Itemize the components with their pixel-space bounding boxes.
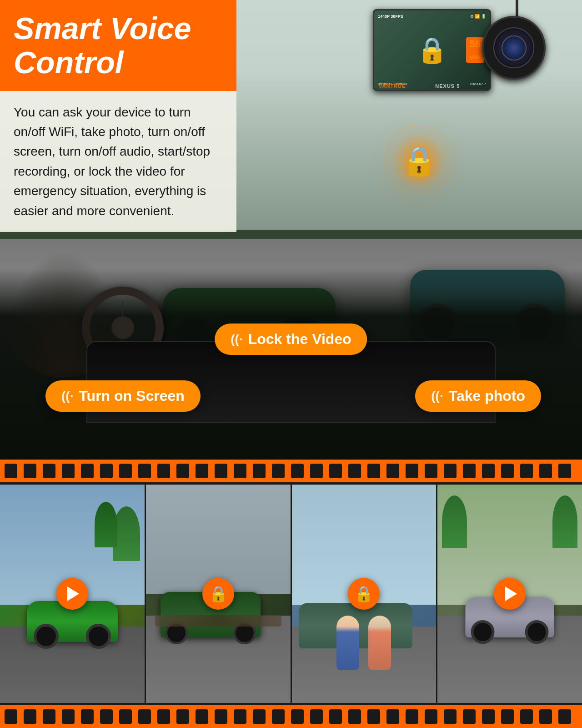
speed-display: 56 MPH	[466, 37, 484, 63]
lock-video-label: Lock the Video	[248, 331, 351, 348]
film-hole	[329, 464, 342, 478]
film-hole-b	[215, 709, 227, 724]
voice-wave-icon-1: ((·	[231, 332, 242, 347]
film-hole	[253, 464, 266, 478]
film-hole-b	[386, 709, 399, 724]
film-hole	[24, 464, 36, 478]
film-hole-b	[234, 709, 246, 724]
film-hole	[291, 464, 304, 478]
dashcam-rear-camera	[482, 16, 546, 80]
film-hole	[5, 464, 17, 478]
film-hole-b	[425, 709, 437, 724]
thumb-bg-3: 🔒	[292, 485, 436, 703]
film-hole	[406, 464, 418, 478]
filmstrip-images: 🔒 🔒	[0, 482, 582, 705]
film-hole-b	[558, 709, 571, 724]
film-hole-b	[501, 709, 514, 724]
film-hole-b	[196, 709, 208, 724]
film-thumbnail-3: 🔒	[292, 485, 438, 703]
lock-button-2[interactable]: 🔒	[202, 578, 234, 610]
film-hole	[234, 464, 246, 478]
film-hole	[558, 464, 571, 478]
film-hole-b	[539, 709, 552, 724]
play-button-1[interactable]	[56, 578, 88, 610]
title-box: Smart Voice Control	[0, 0, 236, 91]
film-hole-b	[520, 709, 533, 724]
film-hole-b	[157, 709, 170, 724]
film-hole	[501, 464, 514, 478]
film-hole	[138, 464, 151, 478]
pill-lock-video: ((· Lock the Video	[215, 324, 367, 355]
tree-4	[552, 495, 577, 548]
film-hole-b	[119, 709, 132, 724]
wheel-4r	[525, 620, 549, 644]
film-hole-b	[5, 709, 17, 724]
hud-icons: ⚙ 📶 🔋	[470, 14, 486, 19]
lock-glow-container: 🔒	[374, 116, 465, 207]
film-hole	[196, 464, 208, 478]
thumb-bg-4	[437, 485, 582, 703]
film-hole	[520, 464, 533, 478]
description-text: You can ask your device to turn on/off W…	[14, 102, 223, 221]
film-hole	[119, 464, 132, 478]
tree-3	[442, 495, 467, 548]
dashcam-device: 1440P 30FPS ⚙ 📶 🔋 🔒 56 MPH 09:00:37 14:3…	[373, 9, 546, 109]
play-triangle-1	[67, 586, 79, 601]
film-holes-top	[5, 460, 577, 482]
film-thumbnail-2: 🔒	[146, 485, 292, 703]
wheel-fr	[86, 624, 111, 649]
film-hole	[425, 464, 437, 478]
play-button-4[interactable]	[494, 578, 526, 610]
lock-icon-center: 🔒	[401, 143, 437, 179]
film-hole-b	[291, 709, 304, 724]
rear-camera-lens	[502, 35, 527, 61]
brand-label: VANTRUE NEXUS 5	[379, 83, 460, 89]
wheel-4l	[471, 620, 495, 644]
rear-camera-inner	[493, 27, 534, 68]
film-hole	[386, 464, 399, 478]
dashcam-screen: 1440P 30FPS ⚙ 📶 🔋 🔒 56 MPH 09:00:37 14:3…	[373, 9, 491, 91]
film-hole-b	[176, 709, 189, 724]
film-hole-b	[43, 709, 55, 724]
filmstrip-border-top	[0, 460, 582, 482]
lock-icon: 🔒	[401, 145, 436, 177]
film-hole-b	[138, 709, 151, 724]
thumb-bg-1	[0, 485, 145, 703]
film-hole	[100, 464, 113, 478]
thumb-bg-2: 🔒	[146, 485, 291, 703]
film-hole	[215, 464, 227, 478]
film-hole	[157, 464, 170, 478]
pill-take-photo: ((· Take photo	[415, 380, 541, 412]
film-holes-bottom	[5, 705, 577, 728]
text-overlay: Smart Voice Control You can ask your dev…	[0, 0, 236, 232]
resolution-label: 1440P 30FPS	[378, 14, 403, 19]
film-hole-b	[444, 709, 457, 724]
film-hole-b	[482, 709, 495, 724]
lock-button-3[interactable]: 🔒	[348, 578, 380, 610]
debris-2	[155, 615, 281, 627]
film-hole-b	[463, 709, 476, 724]
film-hole	[176, 464, 189, 478]
film-hole	[463, 464, 476, 478]
main-container: 1440P 30FPS ⚙ 📶 🔋 🔒 56 MPH 09:00:37 14:3…	[0, 0, 582, 728]
film-hole	[81, 464, 94, 478]
person-2	[368, 616, 391, 670]
film-hole	[348, 464, 361, 478]
film-thumbnail-1	[0, 485, 146, 703]
dashcam-screen-content: 1440P 30FPS ⚙ 📶 🔋 🔒 56 MPH 09:00:37 14:3…	[374, 10, 490, 90]
film-hole-b	[62, 709, 75, 724]
sky-2	[146, 485, 291, 594]
film-hole	[482, 464, 495, 478]
film-hole-b	[100, 709, 113, 724]
film-hole	[367, 464, 380, 478]
film-hole-b	[329, 709, 342, 724]
pill-turn-on-screen: ((· Turn on Screen	[45, 380, 201, 412]
page-title: Smart Voice Control	[14, 11, 223, 80]
top-section: 1440P 30FPS ⚙ 📶 🔋 🔒 56 MPH 09:00:37 14:3…	[0, 0, 582, 460]
film-hole	[43, 464, 55, 478]
person-1	[336, 616, 359, 670]
film-hole	[272, 464, 285, 478]
screen-lock-icon: 🔒	[416, 35, 448, 65]
film-hole	[444, 464, 457, 478]
wheel-fl	[34, 624, 59, 649]
